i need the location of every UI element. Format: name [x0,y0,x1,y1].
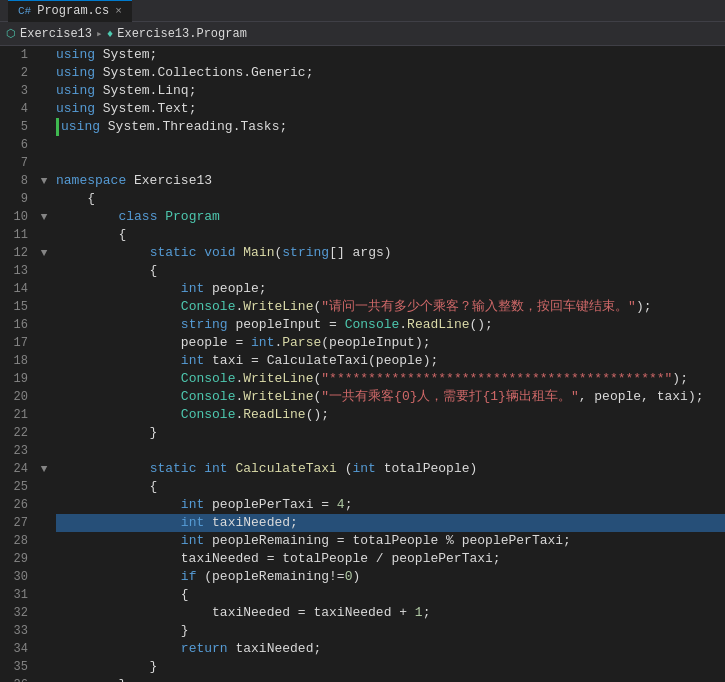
line-number: 2 [4,64,28,82]
method-name: Main [243,244,274,262]
line-number: 21 [4,406,28,424]
type-name: Console [181,370,236,388]
line-number: 35 [4,658,28,676]
fold-icon [36,658,52,676]
fold-icon [36,154,52,172]
keyword: using [56,100,95,118]
line-number: 15 [4,298,28,316]
code-text [56,208,118,226]
code-line: taxiNeeded = totalPeople / peoplePerTaxi… [56,550,725,568]
cs-file-icon: C# [18,5,31,17]
code-line: } [56,622,725,640]
code-line: { [56,478,725,496]
fold-icon[interactable]: ▼ [36,172,52,190]
code-text: taxiNeeded = totalPeople / peoplePerTaxi… [56,550,501,568]
fold-icon[interactable]: ▼ [36,208,52,226]
keyword: string [282,244,329,262]
keyword: using [56,64,95,82]
code-line: } [56,676,725,682]
fold-icon [36,280,52,298]
code-line: int peopleRemaining = totalPeople % peop… [56,532,725,550]
code-text: return taxiNeeded; [56,640,321,658]
code-text: int peopleRemaining = totalPeople % peop… [56,532,571,550]
code-text: ( [313,388,321,406]
keyword: if [181,569,197,584]
type-name: Console [181,407,236,422]
code-text: people = int.Parse(peopleInput); [56,334,431,352]
fold-column: ▼▼▼▼ [36,46,52,682]
code-text [56,316,181,334]
breadcrumb-right: Exercise13.Program [117,27,247,41]
code-line: { [56,586,725,604]
code-text: System.Linq; [95,82,196,100]
code-text: . [235,388,243,406]
line-number: 23 [4,442,28,460]
fold-icon [36,190,52,208]
fold-icon [36,622,52,640]
file-tab[interactable]: C# Program.cs × [8,0,132,22]
code-text: { [56,262,157,280]
code-line [56,442,725,460]
code-line: Console.WriteLine("请问一共有多少个乘客？输入整数，按回车键结… [56,298,725,316]
code-line: int taxi = CalculateTaxi(people); [56,352,725,370]
code-editor: 1234567891011121314151617181920212223242… [0,46,725,682]
code-text: ( [275,244,283,262]
code-text: System; [95,46,157,64]
code-text: peopleInput = [228,316,345,334]
keyword: string [181,316,228,334]
code-text [235,244,243,262]
line-number: 8 [4,172,28,190]
code-text [196,460,204,478]
fold-icon [36,100,52,118]
code-text: } [56,424,157,442]
code-text: System.Threading.Tasks; [100,118,287,136]
code-line [56,154,725,172]
code-line: Console.WriteLine("*********************… [56,370,725,388]
code-text: System.Collections.Generic; [95,64,313,82]
code-text: } [56,676,126,682]
fold-icon[interactable]: ▼ [36,244,52,262]
code-text: { [56,190,95,208]
string-literal: "一共有乘客{0}人，需要打{1}辆出租车。" [321,388,578,406]
code-text: . [235,370,243,388]
code-line: using System; [56,46,725,64]
keyword: int [181,514,204,532]
string-literal: "***************************************… [321,370,672,388]
line-number: 18 [4,352,28,370]
breadcrumb-left[interactable]: Exercise13 [20,27,92,41]
fold-icon [36,406,52,424]
method-name: WriteLine [243,370,313,388]
breadcrumb-separator: ▸ [96,27,103,40]
number-literal: 1 [415,605,423,620]
fold-icon [36,532,52,550]
code-text: ); [672,370,688,388]
line-number: 34 [4,640,28,658]
keyword: using [56,46,95,64]
code-text: , people, taxi); [579,388,704,406]
keyword: int [204,460,227,478]
string-literal: "请问一共有多少个乘客？输入整数，按回车键结束。" [321,298,636,316]
code-line: if (peopleRemaining!=0) [56,568,725,586]
code-text: } [56,622,189,640]
class-name: Program [165,208,220,226]
code-line: int taxiNeeded; [56,514,725,532]
fold-icon [36,550,52,568]
keyword: int [181,533,204,548]
green-bar [56,118,59,136]
code-text [56,370,181,388]
fold-icon [36,676,52,682]
code-content[interactable]: using System;using System.Collections.Ge… [52,46,725,682]
fold-icon[interactable]: ▼ [36,460,52,478]
keyword: return [181,641,228,656]
code-line: static void Main(string[] args) [56,244,725,262]
tab-close-button[interactable]: × [115,5,122,17]
fold-icon [36,388,52,406]
keyword: int [181,280,204,298]
fold-icon [36,136,52,154]
code-text [56,388,181,406]
keyword: int [181,497,204,512]
tab-filename: Program.cs [37,4,109,18]
fold-icon [36,298,52,316]
method-name: ReadLine [243,407,305,422]
fold-icon [36,568,52,586]
